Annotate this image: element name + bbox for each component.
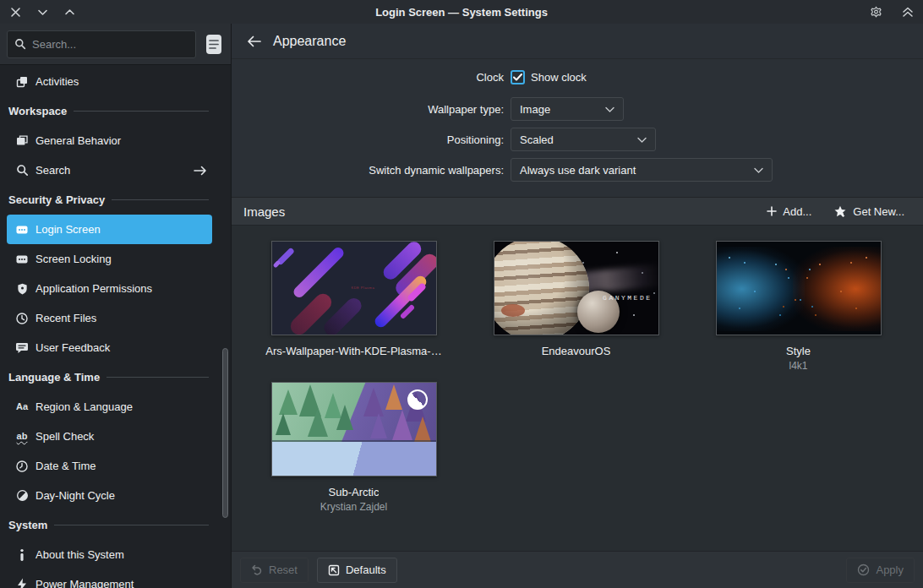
sidebar-item-label: Date & Time: [36, 460, 96, 472]
sidebar-item-label: User Feedback: [36, 341, 110, 354]
section-label: Security & Privacy: [8, 193, 105, 206]
back-button[interactable]: [245, 33, 262, 50]
sidebar-item-day-night-cycle[interactable]: Day-Night Cycle: [7, 481, 212, 510]
sidebar-item-power-management[interactable]: Power Management: [7, 569, 212, 588]
switch-dynamic-wallpapers-label: Switch dynamic wallpapers:: [232, 164, 511, 177]
info-icon: [15, 548, 29, 562]
maximize-button[interactable]: [63, 5, 76, 19]
titlebar: Login Screen — System Settings: [0, 0, 923, 24]
double-chevron-up-icon: [902, 7, 914, 18]
content-pane: Appearance Clock Show clock Wallpaper ty…: [232, 24, 923, 588]
wallpaper-author: l4k1: [789, 360, 807, 372]
wallpaper-name: EndeavourOS: [542, 345, 611, 357]
sidebar-item-label: Screen Locking: [36, 253, 112, 265]
screen-locking-icon: [15, 253, 29, 266]
plus-icon: [767, 206, 777, 216]
wallpaper-name: Style: [786, 345, 811, 357]
add-wallpaper-button[interactable]: Add...: [760, 202, 818, 221]
sidebar-item-about-this-system[interactable]: About this System: [7, 540, 212, 569]
wallpaper-card-sub-arctic[interactable]: Sub-Arctic Krystian Zajdel: [271, 382, 437, 513]
day-night-badge-icon: [407, 389, 428, 410]
water-decoration: [272, 442, 436, 476]
sidebar-item-login-screen[interactable]: Login Screen: [7, 215, 212, 244]
defaults-button-label: Defaults: [346, 564, 386, 576]
titlebar-right-controls: [869, 5, 915, 19]
sidebar-item-recent-files[interactable]: Recent Files: [7, 303, 212, 333]
blue-dots-decoration: [729, 257, 730, 259]
titlebar-left-controls: [8, 5, 76, 19]
sidebar-item-screen-locking[interactable]: Screen Locking: [7, 244, 212, 274]
sidebar-item-activities[interactable]: Activities: [7, 67, 212, 96]
section-label: Language & Time: [8, 371, 100, 384]
sidebar-item-user-feedback[interactable]: User Feedback: [7, 333, 212, 362]
sidebar-section-system: System: [7, 510, 212, 540]
arrow-left-icon: [247, 35, 261, 47]
wallpaper-form: Clock Show clock Wallpaper type: Image P…: [232, 59, 923, 197]
action-footer: Reset Defaults Apply: [232, 551, 923, 588]
sidebar-item-label: Day-Night Cycle: [36, 489, 115, 502]
close-button[interactable]: [8, 5, 22, 19]
wallpaper-thumbnail: [271, 382, 437, 476]
get-new-wallpapers-button[interactable]: Get New...: [827, 202, 911, 221]
sidebar-scrollbar-thumb[interactable]: [222, 348, 228, 518]
section-rule: [106, 377, 209, 378]
chevron-down-icon: [754, 167, 763, 173]
document-list-icon: [205, 34, 222, 55]
show-clock-checkbox[interactable]: Show clock: [511, 70, 587, 84]
orange-dots-decoration: [866, 257, 867, 259]
wallpaper-card-style[interactable]: Style l4k1: [716, 241, 882, 372]
sidebar-section-security-privacy: Security & Privacy: [7, 185, 212, 215]
wallpaper-card-ars-kde-plasma[interactable]: KDE Plasma Ars-Wallpaper-With-KDE-Plasma…: [265, 241, 441, 357]
wallpaper-name: Ars-Wallpaper-With-KDE-Plasma-…: [265, 345, 441, 357]
sidebar-item-label: Power Management: [36, 578, 134, 588]
reset-button[interactable]: Reset: [240, 558, 309, 583]
sidebar-item-general-behavior[interactable]: General Behavior: [7, 126, 212, 155]
section-rule: [112, 199, 209, 200]
gear-icon: [870, 6, 882, 19]
aa-letters-icon: Aa: [15, 400, 29, 414]
settings-menu-button[interactable]: [869, 5, 882, 19]
apply-check-icon: [857, 564, 870, 576]
chevron-down-icon: [637, 137, 647, 143]
sidebar-item-region-language[interactable]: Aa Region & Language: [7, 392, 212, 422]
sidebar-item-search[interactable]: Search: [7, 155, 212, 185]
section-rule: [54, 525, 209, 525]
positioning-label: Positioning:: [232, 133, 511, 146]
day-night-icon: [15, 489, 29, 503]
positioning-value: Scaled: [520, 133, 631, 146]
lightning-icon: [15, 578, 29, 588]
wallpaper-card-endeavouros[interactable]: GANYMEDE EndeavourOS: [494, 241, 659, 357]
intro-page-button[interactable]: [204, 33, 224, 56]
sidebar-item-label: Spell Check: [36, 430, 94, 443]
system-settings-window: Login Screen — System Settings: [0, 0, 923, 588]
window-title: Login Screen — System Settings: [0, 6, 923, 19]
sidebar-item-label: General Behavior: [36, 134, 121, 147]
wallpaper-thumbnail: GANYMEDE: [494, 241, 659, 335]
search-input[interactable]: [32, 38, 188, 51]
sidebar-item-date-time[interactable]: Date & Time: [7, 451, 212, 481]
switch-dynamic-wallpapers-dropdown[interactable]: Always use dark variant: [511, 158, 773, 182]
search-box[interactable]: [7, 30, 196, 58]
keep-above-button[interactable]: [901, 5, 915, 19]
positioning-dropdown[interactable]: Scaled: [511, 128, 656, 151]
checkbox-checked-icon: [511, 70, 525, 84]
clock-icon: [15, 312, 29, 325]
sidebar-item-spell-check[interactable]: ab Spell Check: [7, 422, 212, 451]
minimize-button[interactable]: [36, 5, 49, 19]
switch-dynamic-wallpapers-value: Always use dark variant: [520, 164, 747, 177]
chevron-down-icon: [37, 8, 48, 16]
restore-defaults-icon: [328, 564, 340, 576]
windows-icon: [15, 134, 29, 148]
sidebar-item-label: Search: [36, 164, 70, 177]
sidebar-item-label: Activities: [36, 75, 79, 88]
chevron-up-icon: [64, 8, 75, 16]
apply-button[interactable]: Apply: [846, 558, 915, 583]
star-download-icon: [833, 205, 847, 218]
shield-icon: [15, 282, 29, 296]
sidebar-item-application-permissions[interactable]: Application Permissions: [7, 274, 212, 303]
defaults-button[interactable]: Defaults: [317, 558, 397, 583]
section-label: System: [8, 519, 47, 531]
wallpaper-type-dropdown[interactable]: Image: [511, 97, 624, 121]
sidebar: Activities Workspace General Behavior Se…: [0, 24, 232, 588]
page-title: Appearance: [273, 34, 346, 49]
